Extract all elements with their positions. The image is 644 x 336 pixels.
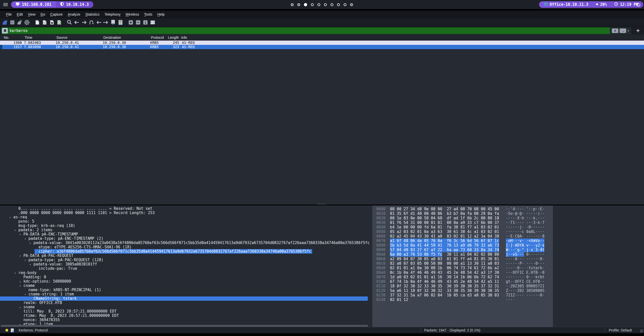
detail-line[interactable]: nonce: 369478355 (0, 318, 372, 322)
toolbar-capture-options-icon[interactable] (23, 19, 30, 26)
column-header-source[interactable]: Source (56, 36, 103, 40)
expander-icon[interactable]: ▾ (14, 228, 18, 232)
hex-row[interactable]: 00e0 0c 1b 0a 4f 46 46 49 43 45 2e 48 54… (376, 270, 553, 275)
hex-row[interactable]: 0000 08 00 27 34 d8 9e 08 00 27 a4 08 70… (376, 207, 553, 211)
detail-line[interactable]: ▸kdc-options: 50800000 (0, 279, 372, 284)
detail-line[interactable]: ▾PA-DATA pA-PAC-REQUEST (0, 254, 372, 258)
toolbar-zoom-out-icon[interactable] (134, 19, 142, 26)
workspace-dot-7[interactable] (331, 3, 333, 6)
toolbar-zoom-in-icon[interactable] (127, 19, 134, 26)
detail-line[interactable]: ▾padata-type: pA-ENC-TIMESTAMP (2) (0, 237, 372, 241)
toolbar-capture-stop-icon[interactable] (9, 19, 16, 26)
expander-icon[interactable]: ▾ (9, 215, 13, 220)
detail-line[interactable]: ▸sname (0, 305, 372, 309)
hex-row[interactable]: 0140 02 01 12 ··· (376, 297, 553, 302)
filter-clear-button[interactable]: × (612, 28, 618, 33)
column-header-no[interactable]: No. (0, 36, 24, 40)
pane-splitter[interactable] (317, 203, 326, 205)
expander-icon[interactable]: ▸ (19, 280, 23, 284)
toolbar-go-to-packet-icon[interactable] (88, 19, 95, 26)
hex-row[interactable]: 0110 18 0f 32 30 32 33 30 35 30 39 30 30… (376, 284, 553, 288)
menu-item-file[interactable]: File (4, 12, 14, 16)
detail-line[interactable]: msg-type: krb-as-req (10) (0, 224, 372, 228)
detail-line[interactable]: ▾as-req (0, 215, 372, 219)
hex-row[interactable]: 00d0 02 01 01 a1 0a 30 08 1b 06 74 73 74… (376, 266, 553, 270)
detail-line[interactable]: pvno: 5 (0, 219, 372, 224)
power-icon[interactable] (636, 3, 640, 8)
hex-row[interactable]: 0080 5b b3 5d 0a 41 44 59 41 76 13 a9 d6… (376, 243, 553, 248)
workspace-dot-4[interactable] (311, 3, 314, 6)
column-header-time[interactable]: Time (24, 36, 56, 40)
detail-line[interactable]: Padding: 0 (0, 275, 372, 279)
detail-line[interactable]: ▾padata-value: 3005a0030101ff (0, 262, 372, 266)
toolbar-go-back-icon[interactable] (73, 19, 80, 26)
toolbar-go-first-icon[interactable] (95, 19, 102, 26)
status-pill[interactable]: Office-10.10.11.3 20% 12:19 PM (539, 1, 643, 8)
hex-row[interactable]: 00f0 1d a0 03 02 01 01 a1 16 30 14 1b 06… (376, 275, 553, 279)
detail-line[interactable]: CNameString: tstark (0, 296, 368, 301)
hex-row[interactable]: 0020 00 1e 83 0e 00 58 04 68 df ad 1f 6b… (376, 216, 553, 220)
expander-icon[interactable]: ▾ (29, 241, 33, 245)
toolbar-file-reload-icon[interactable] (55, 19, 63, 26)
detail-line[interactable]: include-pac: True (0, 266, 372, 271)
detail-line[interactable]: name-type: kRB5-NT-PRINCIPAL (1) (0, 288, 372, 292)
apps-grid-icon[interactable] (4, 3, 8, 7)
hex-row[interactable]: 0060 02 a2 45 04 43 30 41 a0 03 02 01 12… (376, 234, 553, 239)
expander-icon[interactable]: ▸ (19, 305, 23, 310)
detail-line[interactable]: rtime: May 8, 2023 20:57:21.000000000 ED… (0, 314, 372, 318)
expander-icon[interactable]: ▾ (24, 292, 28, 297)
workspace-dot-8[interactable] (337, 3, 340, 6)
detail-line[interactable]: cipher: a16f4806da05760af63c566d566f071c… (0, 249, 372, 254)
workspace-dot-9[interactable] (344, 3, 346, 6)
detail-line[interactable]: realm: OFFICE.HTB (0, 301, 372, 305)
workspace-dot-5[interactable] (317, 3, 320, 6)
expander-icon[interactable]: ▾ (19, 254, 23, 258)
toolbar-capture-start-icon[interactable] (1, 19, 9, 26)
column-header-length[interactable]: Length (167, 36, 180, 40)
packet-row[interactable]: 19087.68248310.250.0.4110.250.0.30KRB524… (0, 41, 644, 45)
filter-text[interactable]: kerberos (8, 28, 610, 33)
toolbar-zoom-100-icon[interactable]: 1 (142, 19, 149, 26)
expert-info-icon[interactable] (5, 329, 8, 332)
filter-bookmark-icon[interactable] (2, 28, 8, 33)
detail-line[interactable]: till: May 8, 2023 20:57:21.000000000 EDT (0, 309, 372, 314)
workspace-dot-3[interactable] (304, 3, 307, 6)
toolbar-auto-scroll-icon[interactable] (109, 19, 117, 26)
menu-item-tools[interactable]: Tools (142, 12, 155, 16)
hex-row[interactable]: 0030 01 f6 54 31 00 00 01 01 08 0a a9 33… (376, 220, 553, 225)
detail-line[interactable]: 0... .... .... .... .... .... .... .... … (0, 207, 372, 211)
menu-item-go[interactable]: Go (38, 12, 48, 16)
menu-item-wireless[interactable]: Wireless (123, 12, 142, 16)
toolbar-colorize-icon[interactable] (117, 19, 124, 26)
display-filter-input[interactable]: kerberos × → ▾ (1, 27, 631, 34)
workspace-dot-2[interactable] (297, 3, 300, 6)
detail-line[interactable]: ▾padata-type: pA-PAC-REQUEST (128) (0, 258, 372, 262)
chevron-down-icon[interactable]: ▾ (627, 29, 629, 32)
expander-icon[interactable]: ▾ (24, 258, 28, 262)
hex-row[interactable]: 0100 67 74 1b 0a 4f 46 46 49 43 45 2e 48… (376, 279, 553, 284)
hex-row[interactable]: 00a0 6a 00 a3 76 53 86 f5 fc 30 11 a1 04… (376, 252, 553, 257)
toolbar-go-forward-icon[interactable] (80, 19, 88, 26)
detail-line[interactable]: ▾cname-string: 1 item (0, 292, 372, 296)
hex-row[interactable]: 0090 57 04 d0 83 27 67 af 22 6a aa 73 60… (376, 248, 553, 252)
filter-apply-button[interactable]: → (620, 28, 626, 33)
add-filter-button[interactable]: + (633, 28, 643, 34)
workspace-dot-6[interactable] (324, 3, 327, 6)
toolbar-find-packet-icon[interactable] (66, 19, 73, 26)
toolbar-file-close-icon[interactable] (48, 19, 55, 26)
menu-item-edit[interactable]: Edit (14, 12, 25, 16)
hex-row[interactable]: 0070 a1 6f 48 06 da 05 76 0a f6 3c 56 6d… (376, 239, 553, 243)
column-header-info[interactable]: Info (180, 36, 644, 40)
hex-row[interactable]: 0130 37 32 31 5a a7 06 02 04 16 05 ca d3… (376, 293, 553, 297)
capture-comment-icon[interactable] (11, 327, 14, 333)
detail-line[interactable]: ▾req-body (0, 271, 372, 275)
toolbar-go-last-icon[interactable] (102, 19, 109, 26)
lan-ip-pill[interactable]: 192.168.0.181 (11, 1, 56, 8)
workspace-dot-10[interactable] (350, 3, 353, 6)
detail-line[interactable]: .000 0000 0000 0000 0000 0000 1111 1101 … (0, 211, 372, 215)
hex-row[interactable]: 00b0 a2 09 04 07 30 05 a0 03 01 01 ff a4… (376, 257, 553, 261)
menu-item-telephony[interactable]: Telephony (102, 12, 123, 16)
detail-line[interactable]: ▾cname (0, 284, 372, 288)
workspace-indicators[interactable] (291, 0, 353, 9)
expander-icon[interactable]: ▾ (19, 284, 23, 288)
